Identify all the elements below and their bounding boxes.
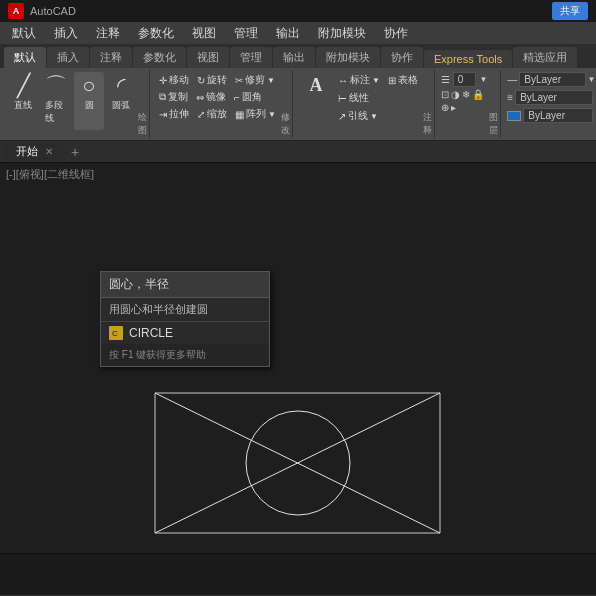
copy-label: 复制 bbox=[168, 90, 188, 104]
command-history bbox=[0, 554, 596, 595]
color-dropdown[interactable]: ByLayer bbox=[523, 108, 593, 123]
layer-properties-icon: ☰ bbox=[441, 74, 450, 85]
modify-scale-button[interactable]: ⤢ 缩放 bbox=[194, 106, 230, 122]
stretch-icon: ⇥ bbox=[159, 109, 167, 120]
linear-label: 线性 bbox=[349, 91, 369, 105]
array-label: 阵列 bbox=[246, 107, 266, 121]
ribbon-section-layers: ☰ 0 ▼ ⊡ ◑ ❄ 🔒 ⊕ ▸ 图层 bbox=[437, 70, 501, 138]
rotate-icon: ↻ bbox=[197, 75, 205, 86]
ribbon-section-modify: ✛ 移动 ↻ 旋转 ✂ 修剪 ▼ ⧉ 复 bbox=[152, 70, 293, 138]
menu-output[interactable]: 输出 bbox=[268, 23, 308, 44]
draw-polyline-button[interactable]: ⌒ 多段线 bbox=[40, 72, 72, 130]
trim-label: 修剪 bbox=[245, 73, 265, 87]
doc-tab-label: 开始 bbox=[16, 145, 38, 157]
scale-icon: ⤢ bbox=[197, 109, 205, 120]
svg-text:C: C bbox=[112, 329, 118, 338]
tooltip-title: 圆心，半径 bbox=[101, 272, 269, 298]
color-swatch bbox=[507, 111, 521, 121]
line-type-dropdown[interactable]: ByLayer bbox=[519, 72, 585, 87]
tab-collaborate[interactable]: 协作 bbox=[381, 47, 423, 68]
stretch-label: 拉伸 bbox=[169, 107, 189, 121]
draw-group-label: 绘图 bbox=[138, 111, 147, 138]
tab-default[interactable]: 默认 bbox=[4, 47, 46, 68]
layer-dropdown[interactable]: 0 bbox=[453, 72, 477, 87]
array-dropdown-icon[interactable]: ▼ bbox=[268, 110, 276, 119]
layer-freeze-icon[interactable]: ❄ bbox=[462, 89, 470, 100]
rotate-label: 旋转 bbox=[207, 73, 227, 87]
dimension-icon: ↔ bbox=[338, 75, 348, 86]
annotation-leader-button[interactable]: ↗ 引线 ▼ bbox=[335, 108, 383, 124]
layer-more-icon[interactable]: ▸ bbox=[451, 102, 456, 113]
command-icon: C bbox=[109, 326, 123, 340]
menu-bar: 默认 插入 注释 参数化 视图 管理 输出 附加模块 协作 bbox=[0, 22, 596, 44]
array-icon: ▦ bbox=[235, 109, 244, 120]
tab-parametric[interactable]: 参数化 bbox=[133, 47, 186, 68]
command-text: CIRCLE bbox=[129, 326, 173, 340]
circle-label: 圆 bbox=[85, 99, 94, 112]
layer-match-icon[interactable]: ⊡ bbox=[441, 89, 449, 100]
tab-featured[interactable]: 精选应用 bbox=[513, 47, 577, 68]
copy-icon: ⧉ bbox=[159, 91, 166, 103]
ribbon-content: ╱ 直线 ⌒ 多段线 ○ 圆 ◜ 圆弧 绘图 bbox=[0, 68, 596, 140]
draw-line-button[interactable]: ╱ 直线 bbox=[8, 72, 38, 130]
dim-dropdown-icon[interactable]: ▼ bbox=[372, 76, 380, 85]
menu-insert[interactable]: 插入 bbox=[46, 23, 86, 44]
annotation-table-button[interactable]: ⊞ 表格 bbox=[385, 72, 421, 88]
line-type-label: — bbox=[507, 74, 517, 85]
layer-isolate-icon[interactable]: ⊕ bbox=[441, 102, 449, 113]
menu-manage[interactable]: 管理 bbox=[226, 23, 266, 44]
line-weight-dropdown[interactable]: ByLayer bbox=[515, 90, 593, 105]
tab-view[interactable]: 视图 bbox=[187, 47, 229, 68]
title-text: AutoCAD bbox=[30, 5, 76, 17]
arc-icon: ◜ bbox=[117, 75, 126, 97]
draw-arc-button[interactable]: ◜ 圆弧 bbox=[106, 72, 136, 130]
trim-dropdown-icon[interactable]: ▼ bbox=[267, 76, 275, 85]
menu-addons[interactable]: 附加模块 bbox=[310, 23, 374, 44]
modify-array-button[interactable]: ▦ 阵列 ▼ bbox=[232, 106, 279, 122]
menu-collaborate[interactable]: 协作 bbox=[376, 23, 416, 44]
layer-lock-icon[interactable]: 🔒 bbox=[472, 89, 484, 100]
dimension-label: 标注 bbox=[350, 73, 370, 87]
menu-view[interactable]: 视图 bbox=[184, 23, 224, 44]
modify-trim-button[interactable]: ✂ 修剪 ▼ bbox=[232, 72, 278, 88]
drawing-canvas bbox=[0, 163, 596, 553]
menu-parametric[interactable]: 参数化 bbox=[130, 23, 182, 44]
tab-annotation[interactable]: 注释 bbox=[90, 47, 132, 68]
tab-manage[interactable]: 管理 bbox=[230, 47, 272, 68]
ribbon-tabs: 默认 插入 注释 参数化 视图 管理 输出 附加模块 协作 Express To… bbox=[0, 44, 596, 68]
modify-stretch-button[interactable]: ⇥ 拉伸 bbox=[156, 106, 192, 122]
ribbon-section-draw: ╱ 直线 ⌒ 多段线 ○ 圆 ◜ 圆弧 绘图 bbox=[4, 70, 150, 138]
share-button[interactable]: 共享 bbox=[552, 2, 588, 20]
tab-output[interactable]: 输出 bbox=[273, 47, 315, 68]
mirror-label: 镜像 bbox=[206, 90, 226, 104]
annotation-linear-button[interactable]: ⊢ 线性 bbox=[335, 90, 383, 106]
modify-mirror-button[interactable]: ⇔ 镜像 bbox=[193, 89, 229, 105]
modify-fillet-button[interactable]: ⌐ 圆角 bbox=[231, 89, 265, 105]
draw-circle-button[interactable]: ○ 圆 bbox=[74, 72, 104, 130]
ribbon-section-properties: — ByLayer ▼ ≡ ≡ ByLayer ▼ ByLayer ▼ 特性 bbox=[503, 70, 596, 138]
menu-annotation[interactable]: 注释 bbox=[88, 23, 128, 44]
doc-tab-start[interactable]: 开始 ✕ bbox=[4, 142, 65, 161]
layer-off-icon[interactable]: ◑ bbox=[451, 89, 460, 100]
tab-insert[interactable]: 插入 bbox=[47, 47, 89, 68]
tab-close-button[interactable]: ✕ bbox=[45, 146, 53, 157]
layer-dropdown-arrow[interactable]: ▼ bbox=[479, 75, 487, 84]
tab-addons[interactable]: 附加模块 bbox=[316, 47, 380, 68]
annotation-text-button[interactable]: A bbox=[299, 72, 333, 98]
circle-icon: ○ bbox=[82, 75, 95, 97]
polyline-icon: ⌒ bbox=[45, 75, 67, 97]
ribbon-section-annotation: A ↔ 标注 ▼ ⊢ 线性 ↗ 引线 ▼ bbox=[295, 70, 435, 138]
tab-add-button[interactable]: + bbox=[67, 144, 83, 160]
annotation-dimension-button[interactable]: ↔ 标注 ▼ bbox=[335, 72, 383, 88]
tooltip-command-row: C CIRCLE bbox=[101, 322, 269, 344]
tab-express[interactable]: Express Tools bbox=[424, 50, 512, 68]
modify-group-label: 修改 bbox=[281, 111, 290, 138]
menu-default[interactable]: 默认 bbox=[4, 23, 44, 44]
line-type-dropdown-arrow[interactable]: ▼ bbox=[588, 75, 596, 84]
leader-dropdown-icon[interactable]: ▼ bbox=[370, 112, 378, 121]
tab-bar: 开始 ✕ + bbox=[0, 141, 596, 163]
modify-move-button[interactable]: ✛ 移动 bbox=[156, 72, 192, 88]
modify-copy-button[interactable]: ⧉ 复制 bbox=[156, 89, 191, 105]
trim-icon: ✂ bbox=[235, 75, 243, 86]
modify-rotate-button[interactable]: ↻ 旋转 bbox=[194, 72, 230, 88]
